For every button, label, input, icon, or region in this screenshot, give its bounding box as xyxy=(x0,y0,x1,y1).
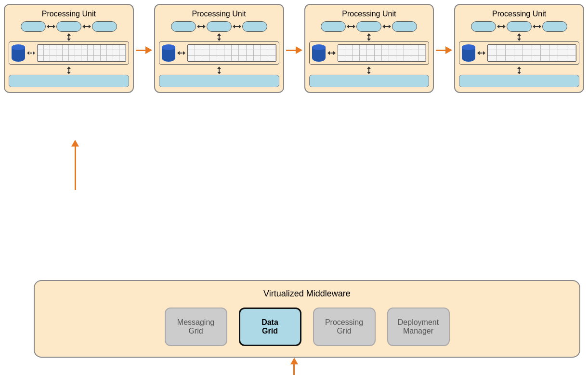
pu4-grid xyxy=(487,44,576,62)
arrow-2-3 xyxy=(284,46,304,54)
pu1-arrow2 xyxy=(82,25,91,28)
pu2-title: Processing Unit xyxy=(192,10,246,18)
pu2-vconn xyxy=(217,33,221,41)
middleware-messaging-grid: Messaging Grid xyxy=(165,308,227,346)
pu4-vconn2 xyxy=(517,67,521,74)
pu1-pills-row xyxy=(21,21,117,32)
pu1-vconn2 xyxy=(67,67,71,74)
pu1-title: Processing Unit xyxy=(42,10,96,18)
pu3-inner-box xyxy=(309,41,430,65)
pu1-pill2 xyxy=(56,21,81,32)
middleware-items: Messaging Grid Data Grid Processing Grid… xyxy=(46,308,568,346)
middleware-processing-grid: Processing Grid xyxy=(313,308,376,346)
middleware-container: Virtualized Middleware Messaging Grid Da… xyxy=(34,280,580,358)
middleware-title: Virtualized Middleware xyxy=(46,289,568,299)
processing-units-row: Processing Unit xyxy=(4,4,584,93)
middleware-data-grid: Data Grid xyxy=(239,308,301,346)
pu1-grid: // Will be generated via JS below xyxy=(37,44,126,62)
processing-unit-3-wrapper: Processing Unit xyxy=(304,4,434,93)
pu3-pills-row xyxy=(321,21,417,32)
processing-unit-2: Processing Unit xyxy=(154,4,284,93)
pu1-bottom-bar xyxy=(9,75,129,87)
pu3-grid xyxy=(338,44,427,62)
main-container: Processing Unit xyxy=(0,0,588,375)
pu4-title: Processing Unit xyxy=(492,10,546,18)
processing-unit-3: Processing Unit xyxy=(304,4,434,93)
processing-unit-2-wrapper: Processing Unit xyxy=(154,4,284,93)
processing-unit-1-wrapper: Processing Unit xyxy=(4,4,134,93)
processing-unit-1: Processing Unit xyxy=(4,4,134,93)
vertical-arrow-up xyxy=(71,140,79,190)
bottom-arrow-up xyxy=(290,358,298,375)
pu1-vconn xyxy=(67,33,71,41)
arrow-3-4 xyxy=(434,46,454,54)
pu4-pills-row xyxy=(471,21,567,32)
pu2-pills-row xyxy=(171,21,267,32)
pu1-arrow1 xyxy=(47,25,55,28)
pu2-grid xyxy=(187,44,276,62)
pu2-inner-box xyxy=(159,41,279,65)
pu4-vconn xyxy=(517,33,521,41)
pu1-h-arrow xyxy=(27,51,35,55)
processing-unit-4-wrapper: Processing Unit xyxy=(454,4,584,93)
pu4-inner-box xyxy=(459,41,579,65)
pu1-cylinder xyxy=(12,44,25,62)
pu1-pill3 xyxy=(92,21,117,32)
processing-unit-4: Processing Unit xyxy=(454,4,584,93)
pu1-inner-box: // Will be generated via JS below xyxy=(9,41,129,65)
pu2-vconn2 xyxy=(217,67,221,74)
arrow-1-2 xyxy=(134,46,154,54)
pu1-pill1 xyxy=(21,21,46,32)
pu3-vconn xyxy=(367,33,371,41)
middleware-deployment-manager: Deployment Manager xyxy=(387,308,450,346)
pu3-title: Processing Unit xyxy=(342,10,396,18)
pu3-vconn2 xyxy=(367,67,371,74)
